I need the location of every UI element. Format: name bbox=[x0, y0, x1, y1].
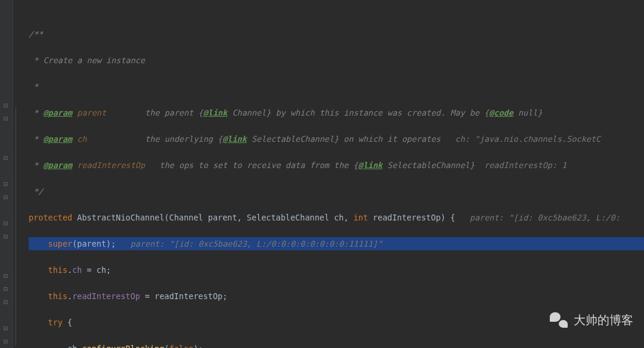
param-name: readInterestOp bbox=[77, 160, 145, 170]
fold-icon[interactable]: ⊟ bbox=[4, 286, 10, 292]
javadoc-line: * Create a new instance bbox=[29, 55, 145, 65]
fold-icon[interactable]: ⊟ bbox=[4, 181, 10, 187]
keyword-false: false bbox=[169, 344, 194, 348]
param-name: ch bbox=[77, 134, 86, 144]
fold-icon[interactable]: ⊟ bbox=[4, 116, 10, 122]
keyword-this: this bbox=[48, 265, 68, 275]
code-area[interactable]: /** * Create a new instance * * @param p… bbox=[19, 0, 644, 348]
keyword-protected: protected bbox=[29, 213, 72, 222]
constructor-name: AbstractNioChannel bbox=[77, 213, 164, 222]
keyword-super: super bbox=[48, 239, 73, 248]
code-editor[interactable]: ⊟ ⊟ ⊟ ⊟ ⊟ ⊟ ⊟ ⊟ ⊟ ⊟ ⊟ ⊟ /** * Create a n… bbox=[0, 0, 644, 348]
javadoc-text: the parent { bbox=[145, 108, 203, 117]
javadoc-blank: * bbox=[29, 82, 38, 91]
inlay-hint: parent: "[id: 0xc5bae623, L:/0: bbox=[470, 213, 620, 222]
param: parent bbox=[208, 213, 237, 222]
fold-icon[interactable]: ⊟ bbox=[4, 234, 10, 240]
fold-icon[interactable]: ⊟ bbox=[4, 155, 10, 161]
param-name: parent bbox=[77, 108, 106, 117]
inlay-hint: ch: "java.nio.channels.SocketC bbox=[455, 134, 600, 144]
watermark: 大帅的博客 bbox=[550, 312, 633, 328]
fold-icon[interactable]: ⊟ bbox=[4, 299, 10, 305]
gutter: ⊟ ⊟ ⊟ ⊟ ⊟ ⊟ ⊟ ⊟ ⊟ ⊟ ⊟ ⊟ bbox=[0, 0, 13, 348]
keyword-int: int bbox=[354, 213, 368, 222]
param-tag: @param bbox=[43, 108, 72, 117]
javadoc-open: /** bbox=[29, 29, 43, 39]
inlay-hint: parent: "[id: 0xc5bae623, L:/0:0:0:0:0:0… bbox=[131, 239, 383, 248]
param: readInterestOp bbox=[373, 213, 441, 222]
param-tag: @param bbox=[43, 160, 72, 170]
type: Channel bbox=[169, 213, 203, 222]
javadoc-close: */ bbox=[29, 187, 43, 196]
watermark-text: 大帅的博客 bbox=[574, 313, 633, 327]
inlay-hint: readInterestOp: 1 bbox=[484, 160, 566, 170]
fold-icon[interactable]: ⊟ bbox=[4, 273, 10, 279]
method-call: configureBlocking bbox=[82, 344, 164, 348]
fold-icon[interactable]: ⊟ bbox=[4, 220, 10, 226]
link-tag: @link bbox=[222, 134, 247, 144]
fold-icon[interactable]: ⊟ bbox=[4, 102, 10, 108]
keyword-try: try bbox=[48, 318, 63, 327]
param-tag: @param bbox=[43, 134, 72, 144]
link-tag: @link bbox=[203, 108, 228, 117]
param: ch bbox=[334, 213, 343, 222]
keyword-this: this bbox=[48, 291, 68, 301]
fold-line-column bbox=[13, 0, 19, 348]
fold-icon[interactable]: ⊟ bbox=[4, 338, 10, 344]
fold-icon[interactable]: ⊟ bbox=[4, 194, 10, 200]
code-tag: @code bbox=[489, 108, 513, 117]
arg: parent bbox=[77, 239, 106, 248]
field: readInterestOp bbox=[72, 291, 140, 301]
javadoc-param: * bbox=[29, 108, 43, 117]
fold-icon[interactable]: ⊟ bbox=[4, 325, 10, 331]
field: ch bbox=[72, 265, 82, 275]
type: SelectableChannel bbox=[247, 213, 329, 222]
link-tag: @link bbox=[358, 160, 383, 170]
wechat-icon bbox=[550, 312, 568, 328]
